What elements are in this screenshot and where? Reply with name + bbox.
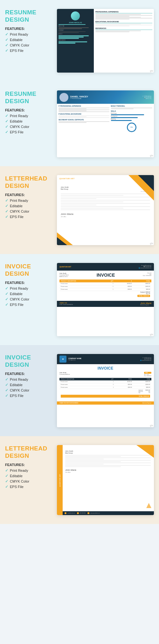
section-title-invoice1: INVOICE DESIGN — [5, 263, 51, 278]
inv2-meta: John Smith Company Address PAID INV #: 0… — [59, 372, 151, 377]
section-title-invoice2: INVOICE DESIGN — [5, 354, 51, 369]
inv1-contact: ✉ email@email.com ☎ 000 000 000 🌐 www.yo… — [139, 265, 151, 269]
lh2-icon-decoration — [146, 503, 151, 508]
check-icon: ✓ — [5, 198, 8, 203]
check-icon: ✓ — [5, 302, 8, 307]
section-invoice1: INVOICE DESIGN FEATURES: ✓ Print Ready ✓… — [0, 254, 159, 345]
section-info-resume1: RESUNME DESIGN FEATURES: ✓ Print Ready ✓… — [5, 9, 51, 54]
preview-resume2: DANIEL YANCEY IT PROFESSIONAL ✉ email@em… — [57, 90, 154, 157]
check-icon: ✓ — [5, 119, 8, 124]
check-icon: ✓ — [5, 377, 8, 382]
inv1-footer: THANK YOU FOR YOUR BUSINESS John Maria A… — [57, 301, 154, 307]
feature-item: ✓ Editable — [5, 383, 51, 387]
inv2-table-row: Product name 1 $1000.00 $2000.00 — [59, 380, 151, 383]
preview-resume1: JOHN NIKOLAS ABOUT ME CONTACT SKILLS LAN… — [57, 9, 154, 73]
inv1-header: QUANTUM ART ✉ email@email.com ☎ 000 000 … — [57, 263, 154, 271]
feature-item: ✓ EPS File — [5, 130, 51, 134]
inv2-table-row: Product name 2 $500.00 $1000.00 — [59, 383, 151, 386]
inv2-footer: THANK YOU FOR YOUR BUSINESS Authorized S… — [57, 401, 154, 405]
feature-item: ✓ CMYK Color — [5, 124, 51, 129]
section-title-letterhead1: LETTERHEAD DESIGN — [5, 175, 51, 190]
section-info-invoice2: INVOICE DESIGN FEATURES: ✓ Print Ready ✓… — [5, 354, 51, 399]
feature-item: ✓ EPS File — [5, 215, 51, 219]
lh2-sidebar: QUANTUM ART — [57, 445, 63, 515]
resume2-name-block: DANIEL YANCEY IT PROFESSIONAL — [70, 96, 88, 99]
preview-invoice2: M COMPANY NAME Your tagline here ✉ email… — [57, 354, 154, 427]
feature-item: ✓ Print Ready — [5, 377, 51, 382]
section-info-resume2: RESUNME DESIGN FEATURES: ✓ Print Ready ✓… — [5, 90, 51, 135]
inv1-logo: QUANTUM ART — [59, 266, 71, 268]
inv1-title-row: John Smith Company Name Address Line 1 I… — [59, 272, 151, 278]
feature-item: ✓ Print Ready — [5, 286, 51, 291]
features-label-6: FEATURES: — [5, 463, 51, 467]
preview-letterhead2: QUANTUM ART 24 October 2019 John Smith M… — [57, 445, 154, 515]
resume2-header: DANIEL YANCEY IT PROFESSIONAL ✉ email@em… — [57, 90, 154, 104]
resume2-right: MAKE IT PERSONAL SKILLS Web Design Devel… — [111, 105, 153, 132]
resume2-left: IT PROFESSIONAL EXPERIENCE IT EDUCATIONA… — [59, 105, 109, 132]
inv1-table-row: Product name 2 $500.00 $1000.00 — [59, 285, 151, 288]
feature-item: ✓ EPS File — [5, 393, 51, 398]
resume1-avatar — [71, 11, 80, 20]
lh2-top-triangle — [136, 445, 154, 458]
feature-item: ✓ Print Ready — [5, 468, 51, 473]
check-icon: ✓ — [5, 114, 8, 118]
section-title-letterhead2: LETTERHEAD DESIGN — [5, 445, 51, 460]
watermark: gfx — [150, 424, 154, 427]
feature-item: ✓ CMYK Color — [5, 209, 51, 214]
inv2-logo-box: M — [59, 356, 66, 363]
check-icon: ✓ — [5, 485, 8, 489]
lh2-footer: email@email.com 000 000 0000 www.yourweb… — [63, 511, 154, 515]
inv2-body: INVOICE John Smith Company Address PAID … — [57, 364, 154, 400]
features-label-2: FEATURES: — [5, 108, 51, 112]
svg-marker-0 — [146, 503, 151, 508]
watermark: gfx — [150, 333, 154, 336]
lh1-triangle-dark — [138, 175, 154, 191]
resume2-body: IT PROFESSIONAL EXPERIENCE IT EDUCATIONA… — [57, 104, 154, 134]
check-icon: ✓ — [5, 383, 8, 387]
resume1-sidebar: JOHN NIKOLAS ABOUT ME CONTACT SKILLS LAN… — [57, 9, 94, 73]
section-title-resume2: RESUNME DESIGN — [5, 90, 51, 105]
check-icon: ✓ — [5, 388, 8, 393]
feature-item: ✓ Editable — [5, 474, 51, 478]
section-info-invoice1: INVOICE DESIGN FEATURES: ✓ Print Ready ✓… — [5, 263, 51, 308]
feature-item: ✓ CMYK Color — [5, 479, 51, 484]
check-icon: ✓ — [5, 124, 8, 129]
inv2-contacts: ✉ email@email.com ☎ 000 000 000 🌐 www.yo… — [140, 357, 151, 361]
inv1-total-row: Subtotal: $3300.00 Tax: 7% TOTAL: $3531.… — [59, 291, 151, 298]
section-letterhead2: LETTERHEAD DESIGN FEATURES: ✓ Print Read… — [0, 436, 159, 524]
check-icon: ✓ — [5, 474, 8, 478]
feature-item: ✓ Print Ready — [5, 198, 51, 203]
section-invoice2: INVOICE DESIGN FEATURES: ✓ Print Ready ✓… — [0, 345, 159, 436]
inv1-details: Client ID 000 Date: 00/00/0000 — [143, 272, 151, 276]
feature-item: ✓ EPS File — [5, 485, 51, 489]
feature-item: ✓ CMYK Color — [5, 43, 51, 47]
section-info-letterhead1: LETTERHEAD DESIGN FEATURES: ✓ Print Read… — [5, 175, 51, 220]
section-letterhead1: LETTERHEAD DESIGN FEATURES: ✓ Print Read… — [0, 166, 159, 254]
check-icon: ✓ — [5, 297, 8, 301]
feature-item: ✓ Editable — [5, 119, 51, 124]
preview-invoice1: QUANTUM ART ✉ email@email.com ☎ 000 000 … — [57, 263, 154, 336]
feature-item: ✓ EPS File — [5, 302, 51, 307]
section-title-resume1: RESUNME DESIGN — [5, 9, 51, 24]
check-icon: ✓ — [5, 479, 8, 484]
inv1-body: John Smith Company Name Address Line 1 I… — [57, 271, 154, 300]
feature-item: ✓ CMYK Color — [5, 388, 51, 393]
check-icon: ✓ — [5, 292, 8, 296]
watermark: gfx — [150, 242, 154, 244]
feature-item: ✓ Print Ready — [5, 114, 51, 118]
inv1-table-row: Product name 1 $1000.00 $2000.00 — [59, 282, 151, 285]
watermark: gfx — [150, 512, 154, 514]
feature-item: ✓ Editable — [5, 38, 51, 42]
inv2-company-block: COMPANY NAME Your tagline here — [68, 357, 81, 361]
check-icon: ✓ — [5, 43, 8, 47]
check-icon: ✓ — [5, 468, 8, 473]
feature-item: ✓ Print Ready — [5, 32, 51, 37]
check-icon: ✓ — [5, 286, 8, 291]
section-info-letterhead2: LETTERHEAD DESIGN FEATURES: ✓ Print Read… — [5, 445, 51, 490]
inv1-table-row: Product name 1 $300.00 $300.00 — [59, 288, 151, 291]
check-icon: ✓ — [5, 393, 8, 398]
feature-item: ✓ Editable — [5, 292, 51, 296]
check-icon: ✓ — [5, 215, 8, 219]
feature-item: ✓ EPS File — [5, 48, 51, 53]
check-icon: ✓ — [5, 32, 8, 37]
